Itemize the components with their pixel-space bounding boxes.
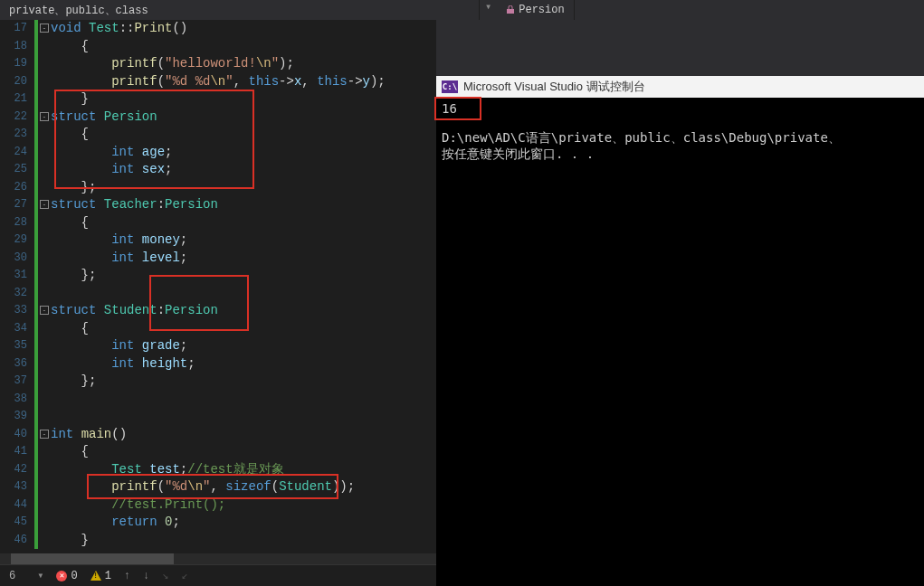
console-body[interactable]: 16 D:\new\AD\C语言\private、public、class\De… [436,98,924,586]
vs-icon: C:\ [442,80,458,93]
console-gap [436,20,924,76]
code-area[interactable]: void Test::Print() { printf("helloworld!… [51,20,436,553]
lock-icon [506,5,515,14]
console-title-text: Microsoft Visual Studio 调试控制台 [463,79,645,95]
warning-icon [90,571,101,581]
error-count[interactable]: ✕ 0 [56,570,77,582]
fold-toggle[interactable]: - [40,24,49,33]
console-pane: C:\ Microsoft Visual Studio 调试控制台 16 D:\… [436,20,924,586]
fold-toggle[interactable]: - [40,112,49,121]
console-title-bar[interactable]: C:\ Microsoft Visual Studio 调试控制台 [436,76,924,98]
zoom-dropdown-icon[interactable]: ▾ [37,569,43,582]
console-path: D:\new\AD\C语言\private、public、class\Debug… [442,130,841,145]
tabs-bar: private、public、class ▾ Persion [0,0,924,20]
console-output: 16 [442,101,457,116]
status-bar: 6 ▾ ✕ 0 1 ↑ ↓ ↘ ↙ [0,564,436,586]
tab-class-view[interactable]: Persion [497,0,574,20]
tab-dropdown-icon[interactable]: ▾ [480,0,497,20]
fold-toggle[interactable]: - [40,430,49,439]
code-container[interactable]: 1718192021222324252627282930313233343536… [0,20,436,553]
tab-label: Persion [519,4,564,16]
nav-right-icon[interactable]: ↙ [181,569,187,582]
warning-count[interactable]: 1 [90,570,111,582]
tab-source-file[interactable]: private、public、class [0,0,480,20]
scrollbar-thumb[interactable] [11,553,174,564]
fold-margin[interactable]: ----- [34,20,51,553]
zoom-level: 6 [9,570,24,582]
fold-toggle[interactable]: - [40,200,49,209]
tab-label: private、public、class [9,3,148,18]
console-close-hint: 按任意键关闭此窗口. . . [442,146,594,161]
line-number-gutter: 1718192021222324252627282930313233343536… [0,20,34,553]
horizontal-scrollbar[interactable] [0,553,436,564]
svg-rect-0 [507,9,514,14]
nav-left-icon[interactable]: ↘ [162,569,168,582]
editor-pane: 1718192021222324252627282930313233343536… [0,20,436,586]
nav-up-icon[interactable]: ↑ [124,570,130,582]
fold-toggle[interactable]: - [40,306,49,315]
nav-down-icon[interactable]: ↓ [143,570,149,582]
error-icon: ✕ [56,571,67,581]
main-area: 1718192021222324252627282930313233343536… [0,20,924,586]
